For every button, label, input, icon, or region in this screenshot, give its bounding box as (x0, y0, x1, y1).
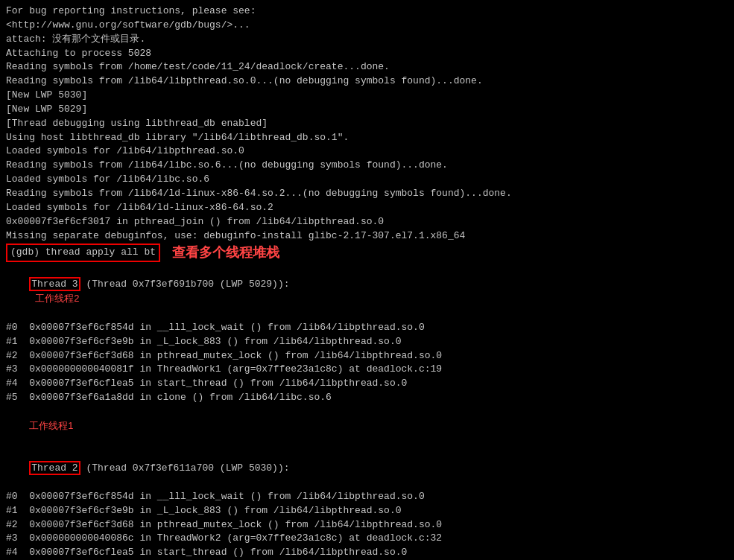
line-2: <http://www.gnu.org/software/gdb/bugs/>.… (6, 19, 728, 33)
line-1: For bug reporting instructions, please s… (6, 4, 728, 19)
line-5: Reading symbols from /home/test/code/11_… (6, 60, 728, 74)
thread3-header-rest: (Thread 0x7f3ef691b700 (LWP 5029)): (80, 279, 290, 290)
thread3-line-4: #4 0x00007f3ef6cflea5 in start_thread ()… (6, 377, 728, 391)
thread3-label: Thread 3 (29, 277, 80, 291)
line-9: [Thread debugging using libthread_db ena… (6, 117, 728, 131)
thread3-line-3: #3 0x000000000040081f in ThreadWork1 (ar… (6, 363, 728, 377)
thread3-line-0: #0 0x00007f3ef6cf854d in __lll_lock_wait… (6, 321, 728, 335)
thread3-line-5: #5 0x00007f3ef6a1a8dd in clone () from /… (6, 391, 728, 405)
thread3-line-1: #1 0x00007f3ef6cf3e9b in _L_lock_883 () … (6, 335, 728, 349)
thread2-header: Thread 2 (Thread 0x7f3ef611a700 (LWP 503… (6, 448, 728, 490)
thread2-line-3: #3 0x000000000040086c in ThreadWork2 (ar… (6, 532, 728, 546)
annotation-view-threads: 查看多个线程堆栈 (172, 243, 279, 262)
line-3: attach: 没有那个文件或目录. (6, 33, 728, 47)
thread2-line-0: #0 0x00007f3ef6cf854d in __lll_lock_wait… (6, 490, 728, 504)
terminal: For bug reporting instructions, please s… (0, 0, 734, 560)
line-17: Missing separate debuginfos, use: debugi… (6, 229, 728, 244)
thread3-header: Thread 3 (Thread 0x7f3ef691b700 (LWP 502… (6, 264, 728, 320)
line-12: Reading symbols from /lib64/libc.so.6...… (6, 159, 728, 173)
line-14: Reading symbols from /lib64/ld-linux-x86… (6, 187, 728, 201)
thread2-header-rest: (Thread 0x7f3ef611a700 (LWP 5030)): (80, 462, 290, 474)
line-16: 0x00007f3ef6cf3017 in pthread_join () fr… (6, 215, 728, 229)
line-8: [New LWP 5029] (6, 103, 728, 117)
thread2-label: Thread 2 (29, 461, 80, 475)
line-4: Attaching to process 5028 (6, 47, 728, 61)
line-11: Loaded symbols for /lib64/libpthread.so.… (6, 144, 728, 159)
thread2-line-2: #2 0x00007f3ef6cf3d68 in pthread_mutex_l… (6, 518, 728, 532)
thread2-pre-annotation: 工作线程1 (29, 420, 73, 431)
gdb-command-box: (gdb) thread apply all bt (6, 244, 160, 262)
thread2-line-4: #4 0x00007f3ef6cflea5 in start_thread ()… (6, 546, 728, 560)
line-13: Loaded symbols for /lib64/libc.so.6 (6, 173, 728, 187)
thread2-line-1: #1 0x00007f3ef6cf3e9b in _L_lock_883 () … (6, 504, 728, 518)
line-10: Using host libthread_db library "/lib64/… (6, 131, 728, 145)
thread3-line-2: #2 0x00007f3ef6cf3d68 in pthread_mutex_l… (6, 349, 728, 363)
thread2-annotation-line: 工作线程1 (6, 405, 728, 448)
thread3-annotation: 工作线程2 (35, 293, 79, 304)
line-6: Reading symbols from /lib64/libpthread.s… (6, 74, 728, 89)
line-7: [New LWP 5030] (6, 89, 728, 103)
gdb-command-line: (gdb) thread apply all bt 查看多个线程堆栈 (6, 243, 728, 262)
line-15: Loaded symbols for /lib64/ld-linux-x86-6… (6, 201, 728, 215)
